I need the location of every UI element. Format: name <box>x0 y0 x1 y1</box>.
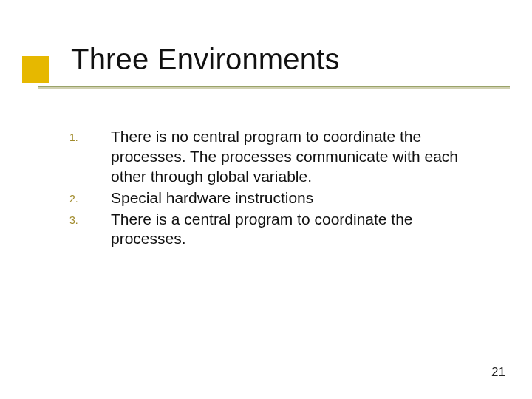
slide: Three Environments 1. There is no centra… <box>0 0 532 399</box>
list-text: Special hardware instructions <box>111 188 480 208</box>
page-number: 21 <box>491 365 505 380</box>
list-marker: 1. <box>69 127 111 143</box>
list-text: There is no central program to coordinat… <box>111 127 480 187</box>
list-text: There is a central program to coordinate… <box>111 210 480 250</box>
accent-square-icon <box>22 56 49 83</box>
list-item: 3. There is a central program to coordin… <box>69 210 480 250</box>
list-marker: 3. <box>69 210 111 226</box>
slide-header: Three Environments <box>0 47 510 105</box>
list-item: 2. Special hardware instructions <box>69 188 480 208</box>
list-item: 1. There is no central program to coordi… <box>69 127 480 187</box>
slide-body: 1. There is no central program to coordi… <box>69 127 480 250</box>
title-underline <box>38 86 510 87</box>
list-marker: 2. <box>69 188 111 205</box>
slide-title: Three Environments <box>71 43 340 76</box>
